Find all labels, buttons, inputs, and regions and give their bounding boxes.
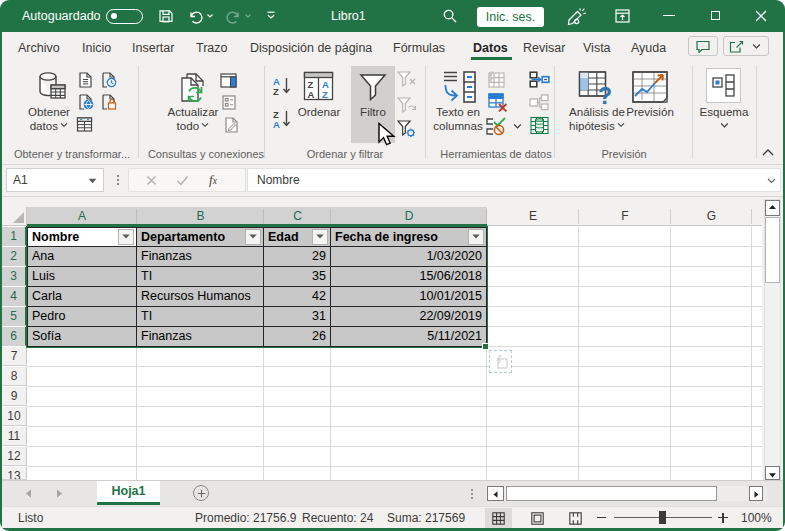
svg-text:Z: Z (322, 89, 328, 100)
svg-text:Z: Z (273, 86, 279, 96)
svg-text:A: A (273, 119, 280, 129)
svg-text:A: A (308, 89, 315, 100)
svg-text:?: ? (598, 83, 612, 104)
